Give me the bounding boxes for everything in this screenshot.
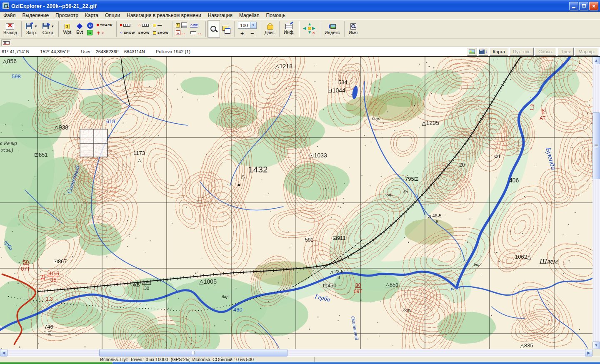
red-dot-icon [120, 24, 122, 26]
latitude-readout: 61° 41,714' N [2, 49, 29, 54]
longitude-readout: 152° 44,395' E [40, 49, 70, 54]
yellow-node-icon [153, 31, 156, 35]
restore-icon [582, 4, 586, 7]
show-waypoints-button[interactable] [120, 22, 135, 28]
show-points-button[interactable]: SHOW [138, 30, 150, 36]
separator [205, 21, 206, 37]
secondary-toolbar [0, 38, 600, 47]
track-curve-icon: ~ [120, 31, 122, 35]
ruler-button[interactable] [1, 39, 11, 46]
save-button[interactable]: ↘▼ Сохр. [40, 20, 57, 38]
menu-magellan[interactable]: Magellan [236, 12, 263, 19]
menu-realtime-nav[interactable]: Навигация в реальном времени [123, 12, 204, 19]
map-label: 1062△ [515, 254, 531, 260]
ruler-icon [3, 41, 10, 45]
waypoint-button[interactable]: 1 Wpt [60, 20, 74, 38]
zoom-out-button[interactable]: − [250, 31, 254, 35]
tab-map[interactable]: Карта [490, 47, 508, 56]
menu-file[interactable]: Файл [0, 12, 19, 19]
exit-button[interactable]: × Выход [1, 20, 20, 38]
chevron-down-icon[interactable]: ▼ [250, 22, 257, 29]
map-label: 30 [355, 282, 361, 288]
scroll-down-button[interactable]: ▼ [592, 342, 600, 349]
info-icon [285, 24, 292, 29]
info-button[interactable]: Инф. [281, 20, 297, 38]
map-label: бар. [403, 307, 411, 312]
pan-arrows-icon: ▲▼◀▶ × [303, 23, 316, 35]
zoom-select[interactable]: 100 ▼ [238, 22, 257, 29]
tab-events[interactable]: Событ. [535, 47, 556, 56]
waypoint-list-button[interactable]: 1 [176, 22, 187, 28]
scroll-up-button[interactable]: ▲ [592, 57, 600, 64]
menu-selection[interactable]: Выделение [19, 12, 52, 19]
name-search-button[interactable]: Имя [346, 20, 360, 38]
datum-readout: Pulkovo 1942 (1) [156, 49, 190, 54]
map-label: △1205 [422, 120, 439, 126]
event-button[interactable]: Evt [74, 20, 85, 38]
event-icon [77, 23, 82, 29]
app-icon [2, 2, 9, 9]
map-label: ▲ [237, 182, 241, 187]
menu-help[interactable]: Помощь [263, 12, 289, 19]
waypoint-number-button[interactable]: 12 [87, 22, 93, 29]
save-icon: ↘ [42, 23, 49, 29]
yellow-node-icon [153, 24, 156, 27]
track-point-button[interactable]: + ○ [97, 30, 113, 36]
save-view-button[interactable]: ↓ [478, 47, 488, 56]
map-area: △856598△938⊡851619я Речкажил.)Солнечный1… [0, 57, 600, 349]
waypoint-range-button[interactable]: 1 ↔ [176, 30, 187, 36]
map-label: 1.3 → [46, 296, 59, 302]
tab-route[interactable]: Маршр. [575, 47, 598, 56]
pan-control[interactable]: ▲▼◀▶ × [301, 20, 318, 38]
start-button-edge[interactable] [0, 362, 112, 364]
map-label: △ [138, 157, 142, 164]
map-label: 598 [12, 73, 21, 80]
route-edit-button[interactable] [153, 22, 169, 28]
map-selection-box[interactable] [80, 129, 108, 157]
load-button[interactable]: ↗▼ Загр. [23, 20, 40, 38]
map-label: 20-6 [142, 280, 151, 285]
magnifier-button[interactable] [208, 20, 220, 38]
map-label: 15 [51, 277, 57, 283]
menu-navigation[interactable]: Навигация [205, 12, 236, 19]
tab-waypoints[interactable]: Пут. тчк. [510, 47, 534, 56]
move-lock-button[interactable]: Двиг. [262, 20, 278, 38]
menu-map[interactable]: Карта [82, 12, 102, 19]
windows-button[interactable] [220, 20, 232, 38]
minimize-button[interactable] [569, 2, 578, 10]
scroll-left-button[interactable]: ◀ [0, 349, 8, 357]
menubar: Файл Выделение Просмотр Карта Опции Нави… [0, 12, 600, 19]
scroll-right-button[interactable]: ▶ [585, 349, 592, 357]
vertical-scroll-thumb[interactable] [592, 112, 600, 179]
magnifier-icon [210, 25, 218, 33]
tab-track[interactable]: Трек [558, 47, 574, 56]
restore-button[interactable] [579, 2, 588, 10]
track-control-button[interactable]: TRACK [97, 22, 113, 28]
horizontal-scroll-thumb[interactable] [99, 349, 288, 357]
ruler-range-button[interactable]: ↔ [190, 30, 202, 36]
vertical-scrollbar[interactable]: ▲ ▼ [592, 57, 600, 349]
show-events-button[interactable]: ○ [138, 22, 150, 28]
map-label: 09Т [354, 289, 362, 294]
link-icon [158, 25, 162, 26]
circle-icon: ○ [101, 31, 104, 35]
show-track-button[interactable]: ~ SHOW [120, 30, 135, 36]
map-label: 619 [106, 118, 115, 125]
map-label: 8 [338, 275, 340, 280]
close-button[interactable]: × [589, 2, 598, 10]
menu-options[interactable]: Опции [102, 12, 123, 19]
image-view-button[interactable] [467, 47, 477, 56]
scrollbar-corner [592, 349, 600, 357]
comment-button[interactable]: C [87, 30, 92, 35]
menu-view[interactable]: Просмотр [52, 12, 82, 19]
numbered-icon: 1 [176, 30, 180, 35]
horizontal-scrollbar[interactable]: ◀ ▶ [0, 349, 592, 357]
zoom-in-button[interactable]: + [240, 31, 244, 35]
show-route-button[interactable]: SHOW [153, 30, 169, 36]
map-label: 110-5 [47, 271, 59, 277]
index-button[interactable]: I Индекс [322, 20, 342, 38]
exit-icon: × [6, 23, 14, 30]
minimize-icon [572, 7, 575, 8]
line-tool-button[interactable]: LINE [190, 22, 202, 28]
topo-map-canvas[interactable]: △856598△938⊡851619я Речкажил.)Солнечный1… [0, 57, 592, 349]
